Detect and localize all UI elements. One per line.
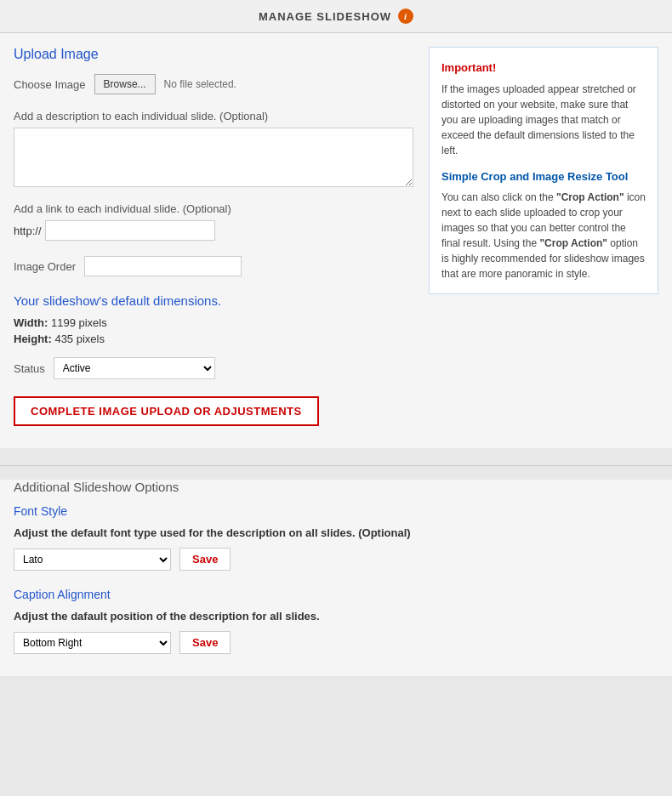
height-label: Height: <box>14 333 52 345</box>
image-order-row: Image Order <box>14 256 415 276</box>
status-select[interactable]: Active Inactive <box>54 357 215 379</box>
important-label: Important! <box>441 60 646 77</box>
link-label: Add a link to each individual slide. (Op… <box>14 202 415 215</box>
important-text: If the images uploaded appear stretched … <box>441 82 646 158</box>
caption-row: Bottom Right Bottom Left Bottom Center T… <box>14 631 658 654</box>
caption-alignment-desc: Adjust the dafault position of the descr… <box>14 610 658 623</box>
no-file-text: No file selected. <box>164 78 236 90</box>
caption-alignment-title: Caption Alignment <box>14 588 658 601</box>
crop-action-2: "Crop Action" <box>539 237 607 249</box>
link-section: Add a link to each individual slide. (Op… <box>14 202 415 241</box>
right-panel: Important! If the images uploaded appear… <box>429 47 658 435</box>
section-divider <box>0 465 672 466</box>
crop-label: Simple Crop and Image Resize Tool <box>441 168 646 185</box>
height-value: 435 pixels <box>54 333 105 345</box>
font-style-title: Font Style <box>14 504 658 518</box>
additional-section: Additional Slideshow Options Font Style … <box>0 480 672 676</box>
status-row: Status Active Inactive <box>14 357 415 379</box>
choose-image-label: Choose Image <box>14 78 86 91</box>
width-value: 1199 pixels <box>51 316 107 329</box>
upload-image-title: Upload Image <box>14 47 415 62</box>
description-label: Add a description to each individual sli… <box>14 110 415 122</box>
complete-button[interactable]: COMPLETE IMAGE UPLOAD OR ADJUSTMENTS <box>14 396 319 426</box>
header-title: MANAGE SLIDESHOW <box>259 10 391 23</box>
width-label: Width: <box>14 316 48 329</box>
info-box: Important! If the images uploaded appear… <box>429 47 658 294</box>
caption-select[interactable]: Bottom Right Bottom Left Bottom Center T… <box>14 632 171 654</box>
font-style-desc: Adjust the default font type used for th… <box>14 526 658 539</box>
crop-text: You can also click on the "Crop Action" … <box>441 190 646 281</box>
font-save-button[interactable]: Save <box>179 548 231 571</box>
choose-image-row: Choose Image Browse... No file selected. <box>14 74 415 94</box>
main-container: Upload Image Choose Image Browse... No f… <box>0 33 672 448</box>
description-textarea[interactable] <box>14 128 413 187</box>
font-row: Lato Arial Georgia Times New Roman Verda… <box>14 548 658 571</box>
dimensions-title: Your slideshow's default dimensions. <box>14 293 415 308</box>
crop-text-1: You can also click on the <box>441 191 556 203</box>
link-input[interactable] <box>45 220 215 241</box>
height-row: Height: 435 pixels <box>14 333 415 345</box>
width-row: Width: 1199 pixels <box>14 316 415 329</box>
browse-button[interactable]: Browse... <box>94 74 156 94</box>
description-section: Add a description to each individual sli… <box>14 110 415 187</box>
font-select[interactable]: Lato Arial Georgia Times New Roman Verda… <box>14 549 171 571</box>
info-icon[interactable]: i <box>398 9 413 24</box>
crop-action-1: "Crop Action" <box>556 191 624 203</box>
page-header: MANAGE SLIDESHOW i <box>0 0 672 33</box>
caption-save-button[interactable]: Save <box>179 631 231 654</box>
image-order-label: Image Order <box>14 260 76 273</box>
link-prefix: http:// <box>14 225 42 237</box>
status-label: Status <box>14 362 45 375</box>
left-panel: Upload Image Choose Image Browse... No f… <box>14 47 415 435</box>
link-input-row: http:// <box>14 220 415 241</box>
image-order-input[interactable] <box>84 256 242 276</box>
additional-section-title: Additional Slideshow Options <box>14 480 658 494</box>
